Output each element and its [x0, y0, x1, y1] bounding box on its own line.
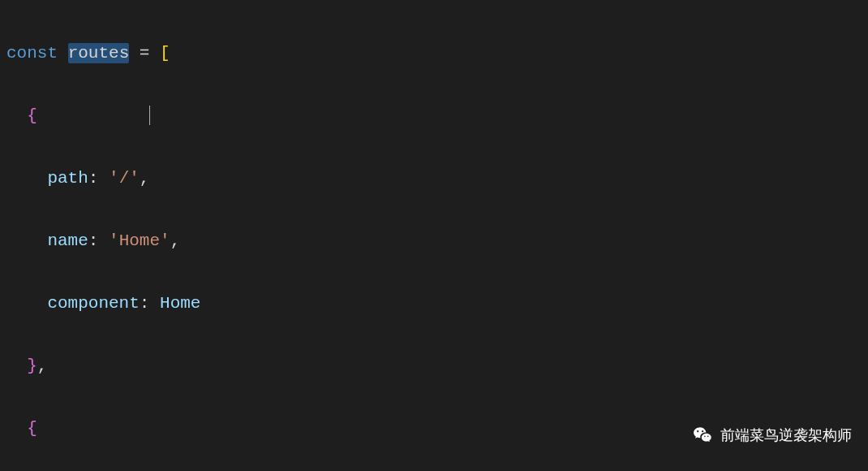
code-line-2: {	[6, 101, 868, 132]
code-line-3: path: '/',	[6, 163, 868, 195]
selected-text: routes	[68, 43, 130, 63]
watermark: 前端菜鸟逆袭架构师	[693, 420, 852, 452]
wechat-icon	[693, 425, 714, 446]
watermark-text: 前端菜鸟逆袭架构师	[720, 420, 852, 452]
code-line-1: const routes = [	[6, 38, 868, 70]
code-line-4: name: 'Home',	[6, 226, 868, 257]
code-line-5: component: Home	[6, 288, 868, 320]
code-line-6: },	[6, 351, 868, 382]
keyword-const: const	[6, 44, 68, 63]
code-editor[interactable]: const routes = [ { path: '/', name: 'Hom…	[0, 0, 868, 471]
text-cursor	[149, 106, 150, 125]
